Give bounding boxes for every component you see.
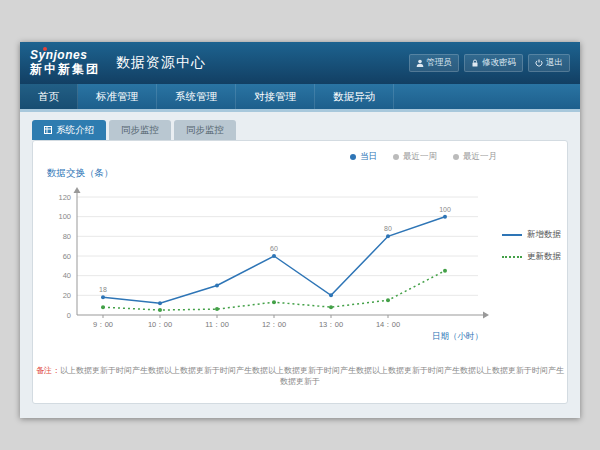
company-logo: Synjones 新中新集团 xyxy=(30,49,100,77)
tab-sync-monitor-1[interactable]: 同步监控 xyxy=(109,120,171,140)
content-area: 系统介绍 同步监控 同步监控 当日 最近一周 最近一月 数据交 xyxy=(20,112,580,418)
dot-icon xyxy=(393,154,399,160)
svg-text:60: 60 xyxy=(270,245,278,252)
legend-item-new-data: 新增数据 xyxy=(502,229,561,241)
svg-text:9：00: 9：00 xyxy=(93,320,113,329)
app-window: Synjones 新中新集团 数据资源中心 管理员 修改密码 退出 xyxy=(20,42,580,418)
period-filter-today[interactable]: 当日 xyxy=(350,151,377,163)
svg-text:80: 80 xyxy=(63,232,71,241)
svg-text:11：00: 11：00 xyxy=(205,320,229,329)
admin-user-label: 管理员 xyxy=(427,57,453,69)
series-legend: 新增数据 更新数据 xyxy=(502,229,561,273)
dot-icon xyxy=(453,154,459,160)
period-filter-last-week[interactable]: 最近一周 xyxy=(393,151,437,163)
change-password-label: 修改密码 xyxy=(482,57,516,69)
svg-text:100: 100 xyxy=(58,212,71,221)
user-icon xyxy=(416,59,424,67)
legend-new-data-label: 新增数据 xyxy=(527,229,561,241)
chart-panel: 当日 最近一周 最近一月 数据交换（条） 0204060801001209：00… xyxy=(32,140,568,404)
dot-icon xyxy=(350,154,356,160)
lock-icon xyxy=(471,59,479,67)
nav-item-home[interactable]: 首页 xyxy=(20,84,78,109)
main-nav: 首页 标准管理 系统管理 对接管理 数据异动 xyxy=(20,84,580,112)
nav-item-data-change[interactable]: 数据异动 xyxy=(315,84,394,109)
tab-system-intro-label: 系统介绍 xyxy=(56,124,94,137)
tab-sync-monitor-2[interactable]: 同步监控 xyxy=(174,120,236,140)
period-filter-last-month[interactable]: 最近一月 xyxy=(453,151,497,163)
period-filter-last-week-label: 最近一周 xyxy=(403,151,437,163)
svg-text:20: 20 xyxy=(63,291,71,300)
solid-line-icon xyxy=(502,234,522,236)
logo-chinese: 新中新集团 xyxy=(30,63,100,77)
nav-item-system-mgmt[interactable]: 系统管理 xyxy=(157,84,236,109)
tab-system-intro[interactable]: 系统介绍 xyxy=(32,120,106,140)
svg-text:100: 100 xyxy=(439,206,451,213)
admin-user-button[interactable]: 管理员 xyxy=(409,54,460,72)
legend-updated-data-label: 更新数据 xyxy=(527,251,561,263)
note-text: 以上数据更新于时间产生数据以上数据更新于时间产生数据以上数据更新于时间产生数据以… xyxy=(60,366,564,386)
page-title: 数据资源中心 xyxy=(116,54,206,72)
footer-note: 备注：以上数据更新于时间产生数据以上数据更新于时间产生数据以上数据更新于时间产生… xyxy=(33,365,567,387)
svg-text:14：00: 14：00 xyxy=(376,320,400,329)
period-filter-today-label: 当日 xyxy=(360,151,377,163)
change-password-button[interactable]: 修改密码 xyxy=(464,54,523,72)
header-actions: 管理员 修改密码 退出 xyxy=(409,54,571,72)
svg-text:18: 18 xyxy=(99,286,107,293)
svg-text:10：00: 10：00 xyxy=(148,320,172,329)
nav-item-standard-mgmt[interactable]: 标准管理 xyxy=(78,84,157,109)
svg-text:120: 120 xyxy=(58,193,71,202)
svg-text:40: 40 xyxy=(63,271,71,280)
app-header: Synjones 新中新集团 数据资源中心 管理员 修改密码 退出 xyxy=(20,42,580,84)
svg-text:0: 0 xyxy=(67,311,71,320)
logout-button[interactable]: 退出 xyxy=(528,54,570,72)
period-filter-last-month-label: 最近一月 xyxy=(463,151,497,163)
logo-english: Synjones xyxy=(30,49,100,63)
power-icon xyxy=(535,59,543,67)
nav-item-interface-mgmt[interactable]: 对接管理 xyxy=(236,84,315,109)
svg-text:日期（小时）: 日期（小时） xyxy=(432,331,483,341)
y-axis-title: 数据交换（条） xyxy=(47,167,114,180)
svg-text:60: 60 xyxy=(63,252,71,261)
svg-text:13：00: 13：00 xyxy=(319,320,343,329)
dotted-line-icon xyxy=(502,256,522,258)
logout-label: 退出 xyxy=(546,57,563,69)
period-filter-legend: 当日 最近一周 最近一月 xyxy=(350,151,497,163)
grid-icon xyxy=(44,125,52,136)
tab-bar: 系统介绍 同步监控 同步监控 xyxy=(32,120,568,140)
note-label: 备注： xyxy=(36,366,60,375)
legend-item-updated-data: 更新数据 xyxy=(502,251,561,263)
svg-text:12：00: 12：00 xyxy=(262,320,286,329)
svg-text:80: 80 xyxy=(384,225,392,232)
line-chart: 0204060801001209：0010：0011：0012：0013：001… xyxy=(43,187,513,347)
